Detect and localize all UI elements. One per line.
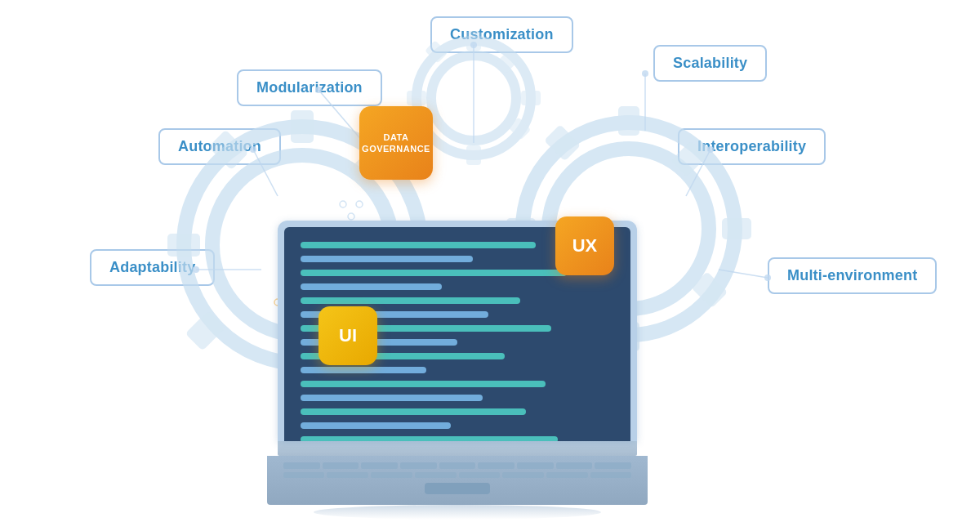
badge-data-governance: DATA GOVERNANCE: [359, 106, 433, 180]
label-adaptability: Adaptability: [90, 249, 215, 286]
badge-ui: UI: [318, 306, 377, 365]
badge-ux: UX: [555, 216, 614, 275]
svg-rect-14: [722, 218, 751, 239]
svg-line-42: [719, 270, 768, 278]
svg-point-47: [356, 201, 363, 207]
laptop-keyboard-top: [278, 441, 637, 456]
laptop-touchpad: [425, 483, 490, 494]
svg-point-33: [642, 70, 648, 77]
label-interoperability: Interoperability: [678, 128, 826, 165]
label-automation: Automation: [158, 128, 281, 165]
svg-rect-12: [618, 106, 639, 136]
svg-rect-26: [495, 51, 518, 74]
laptop-shadow: [314, 505, 601, 520]
label-customization: Customization: [430, 16, 573, 53]
svg-rect-2: [291, 110, 314, 143]
svg-point-46: [348, 213, 354, 220]
badge-data-gov-line2: GOVERNANCE: [362, 143, 430, 154]
svg-point-21: [431, 56, 516, 141]
label-modularization: Modularization: [237, 69, 382, 106]
svg-rect-9: [185, 310, 225, 350]
badge-data-gov-line1: DATA: [362, 132, 430, 143]
label-multi-environment: Multi-environment: [768, 257, 937, 294]
svg-rect-17: [544, 124, 581, 161]
svg-rect-24: [521, 91, 541, 105]
svg-point-20: [416, 41, 531, 155]
svg-rect-25: [407, 91, 426, 105]
laptop-keyboard: [267, 456, 648, 505]
svg-point-45: [340, 201, 346, 207]
label-scalability: Scalability: [653, 45, 767, 82]
svg-rect-28: [508, 117, 531, 140]
svg-rect-18: [691, 271, 728, 308]
main-scene: Customization Scalability Modularization…: [0, 0, 980, 531]
svg-rect-23: [466, 145, 481, 165]
